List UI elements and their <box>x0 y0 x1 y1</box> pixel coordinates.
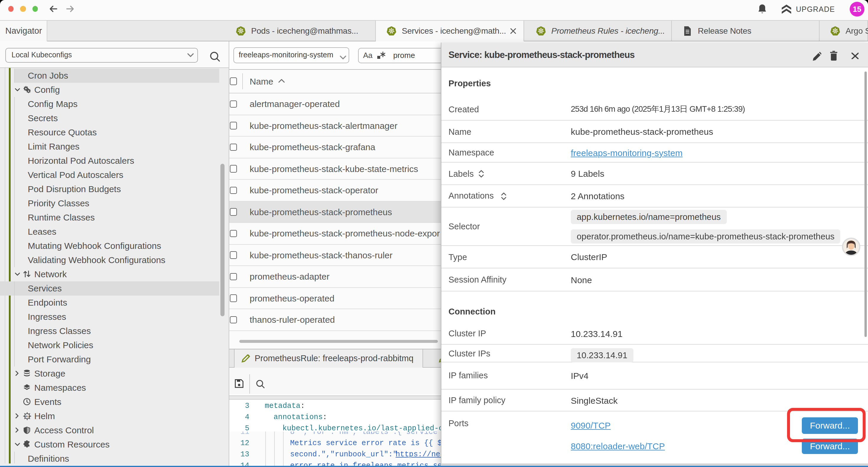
svg-text:HELM: HELM <box>24 415 30 418</box>
